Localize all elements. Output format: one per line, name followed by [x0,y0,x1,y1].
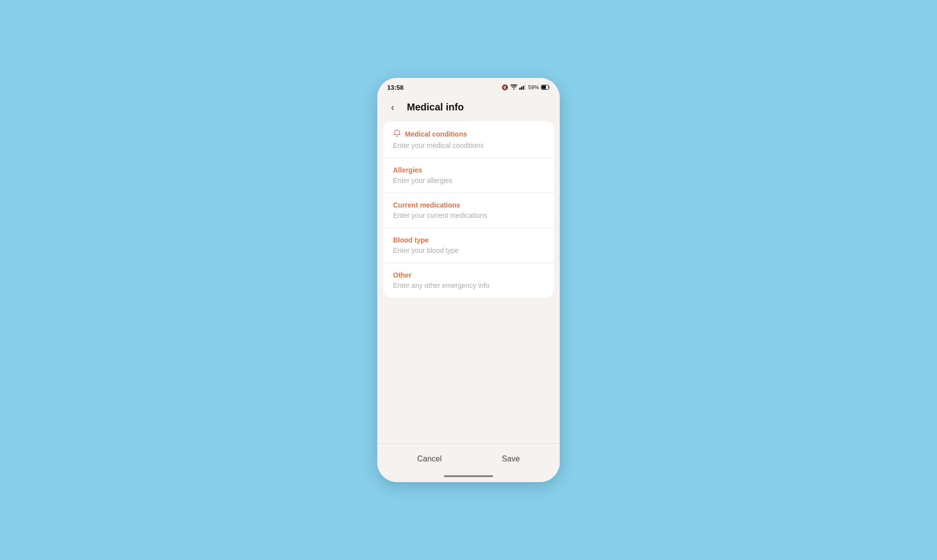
field-header-other: Other [393,271,544,279]
svg-rect-5 [542,86,546,89]
field-current-medications[interactable]: Current medications Enter your current m… [383,193,554,228]
medical-info-card: Medical conditions Enter your medical co… [383,121,554,298]
battery-icon [541,83,550,92]
header: ‹ Medical info [377,95,560,121]
label-other: Other [393,271,411,279]
field-other[interactable]: Other Enter any other emergency info [383,263,554,298]
svg-rect-0 [519,88,521,90]
bottom-bar: Cancel Save [377,443,560,472]
placeholder-other: Enter any other emergency info [393,281,489,289]
svg-rect-2 [523,86,524,90]
field-header-blood-type: Blood type [393,236,544,244]
wifi-icon [510,84,517,91]
field-header-medical-conditions: Medical conditions [393,129,544,139]
content-area: Medical conditions Enter your medical co… [377,121,560,443]
home-indicator [377,472,560,482]
back-button[interactable]: ‹ [385,100,400,114]
field-medical-conditions[interactable]: Medical conditions Enter your medical co… [383,121,554,158]
label-current-medications: Current medications [393,201,460,209]
status-bar: 13:58 🔇 [377,78,560,95]
field-allergies[interactable]: Allergies Enter your allergies [383,158,554,193]
svg-rect-3 [524,84,526,90]
placeholder-current-medications: Enter your current medications [393,211,487,219]
svg-rect-1 [521,87,522,90]
cancel-button[interactable]: Cancel [403,451,456,467]
label-blood-type: Blood type [393,236,429,244]
mute-icon: 🔇 [502,84,508,91]
placeholder-allergies: Enter your allergies [393,176,453,184]
field-header-current-medications: Current medications [393,201,544,209]
signal-icon [519,83,526,92]
placeholder-medical-conditions: Enter your medical conditions [393,141,484,149]
battery-text: 59% [528,84,539,90]
bell-icon [393,129,401,139]
placeholder-blood-type: Enter your blood type [393,246,459,254]
label-medical-conditions: Medical conditions [405,130,467,138]
back-icon: ‹ [391,102,395,112]
field-header-allergies: Allergies [393,166,544,174]
save-button[interactable]: Save [488,451,534,467]
status-time: 13:58 [387,84,403,91]
label-allergies: Allergies [393,166,422,174]
status-icons: 🔇 [502,83,550,92]
page-title: Medical info [407,102,464,113]
field-blood-type[interactable]: Blood type Enter your blood type [383,228,554,263]
home-bar [444,475,493,477]
phone-frame: 13:58 🔇 [377,78,560,482]
